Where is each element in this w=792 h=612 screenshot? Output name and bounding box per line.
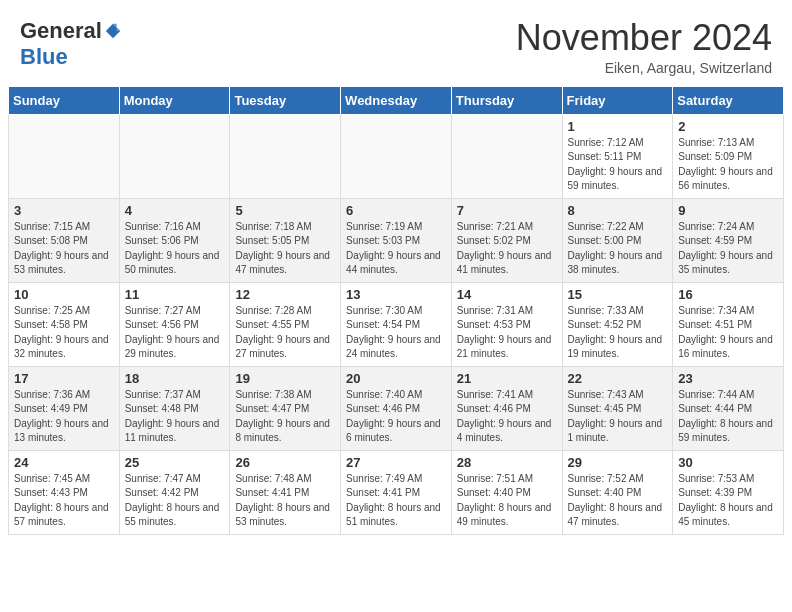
table-row: 12Sunrise: 7:28 AMSunset: 4:55 PMDayligh… [230,282,341,366]
day-number: 6 [346,203,446,218]
day-number: 28 [457,455,557,470]
day-number: 13 [346,287,446,302]
table-row: 28Sunrise: 7:51 AMSunset: 4:40 PMDayligh… [451,450,562,534]
col-sunday: Sunday [9,86,120,114]
title-block: November 2024 Eiken, Aargau, Switzerland [516,18,772,76]
day-info: Sunrise: 7:27 AMSunset: 4:56 PMDaylight:… [125,304,225,362]
table-row: 19Sunrise: 7:38 AMSunset: 4:47 PMDayligh… [230,366,341,450]
col-monday: Monday [119,86,230,114]
day-info: Sunrise: 7:18 AMSunset: 5:05 PMDaylight:… [235,220,335,278]
day-number: 19 [235,371,335,386]
table-row: 8Sunrise: 7:22 AMSunset: 5:00 PMDaylight… [562,198,673,282]
table-row: 30Sunrise: 7:53 AMSunset: 4:39 PMDayligh… [673,450,784,534]
table-row [119,114,230,198]
table-row: 27Sunrise: 7:49 AMSunset: 4:41 PMDayligh… [341,450,452,534]
table-row: 7Sunrise: 7:21 AMSunset: 5:02 PMDaylight… [451,198,562,282]
col-saturday: Saturday [673,86,784,114]
day-info: Sunrise: 7:30 AMSunset: 4:54 PMDaylight:… [346,304,446,362]
table-row: 21Sunrise: 7:41 AMSunset: 4:46 PMDayligh… [451,366,562,450]
day-number: 11 [125,287,225,302]
day-info: Sunrise: 7:44 AMSunset: 4:44 PMDaylight:… [678,388,778,446]
table-row: 26Sunrise: 7:48 AMSunset: 4:41 PMDayligh… [230,450,341,534]
table-row: 22Sunrise: 7:43 AMSunset: 4:45 PMDayligh… [562,366,673,450]
day-number: 2 [678,119,778,134]
day-info: Sunrise: 7:47 AMSunset: 4:42 PMDaylight:… [125,472,225,530]
table-row: 20Sunrise: 7:40 AMSunset: 4:46 PMDayligh… [341,366,452,450]
day-number: 24 [14,455,114,470]
day-number: 20 [346,371,446,386]
day-info: Sunrise: 7:53 AMSunset: 4:39 PMDaylight:… [678,472,778,530]
day-info: Sunrise: 7:51 AMSunset: 4:40 PMDaylight:… [457,472,557,530]
day-info: Sunrise: 7:21 AMSunset: 5:02 PMDaylight:… [457,220,557,278]
table-row: 16Sunrise: 7:34 AMSunset: 4:51 PMDayligh… [673,282,784,366]
table-row: 13Sunrise: 7:30 AMSunset: 4:54 PMDayligh… [341,282,452,366]
day-info: Sunrise: 7:43 AMSunset: 4:45 PMDaylight:… [568,388,668,446]
day-number: 25 [125,455,225,470]
logo: General Blue [20,18,122,70]
table-row: 4Sunrise: 7:16 AMSunset: 5:06 PMDaylight… [119,198,230,282]
day-number: 4 [125,203,225,218]
col-thursday: Thursday [451,86,562,114]
table-row: 15Sunrise: 7:33 AMSunset: 4:52 PMDayligh… [562,282,673,366]
day-number: 3 [14,203,114,218]
day-info: Sunrise: 7:36 AMSunset: 4:49 PMDaylight:… [14,388,114,446]
table-row [451,114,562,198]
table-row: 18Sunrise: 7:37 AMSunset: 4:48 PMDayligh… [119,366,230,450]
table-row: 25Sunrise: 7:47 AMSunset: 4:42 PMDayligh… [119,450,230,534]
location: Eiken, Aargau, Switzerland [516,60,772,76]
day-info: Sunrise: 7:15 AMSunset: 5:08 PMDaylight:… [14,220,114,278]
day-number: 22 [568,371,668,386]
page: General Blue November 2024 Eiken, Aargau… [0,0,792,535]
day-info: Sunrise: 7:49 AMSunset: 4:41 PMDaylight:… [346,472,446,530]
table-row: 9Sunrise: 7:24 AMSunset: 4:59 PMDaylight… [673,198,784,282]
day-info: Sunrise: 7:12 AMSunset: 5:11 PMDaylight:… [568,136,668,194]
table-row: 14Sunrise: 7:31 AMSunset: 4:53 PMDayligh… [451,282,562,366]
day-info: Sunrise: 7:45 AMSunset: 4:43 PMDaylight:… [14,472,114,530]
day-info: Sunrise: 7:24 AMSunset: 4:59 PMDaylight:… [678,220,778,278]
day-number: 14 [457,287,557,302]
day-info: Sunrise: 7:34 AMSunset: 4:51 PMDaylight:… [678,304,778,362]
day-number: 30 [678,455,778,470]
day-info: Sunrise: 7:48 AMSunset: 4:41 PMDaylight:… [235,472,335,530]
day-number: 5 [235,203,335,218]
table-row: 17Sunrise: 7:36 AMSunset: 4:49 PMDayligh… [9,366,120,450]
calendar-week-row: 24Sunrise: 7:45 AMSunset: 4:43 PMDayligh… [9,450,784,534]
calendar-week-row: 3Sunrise: 7:15 AMSunset: 5:08 PMDaylight… [9,198,784,282]
header: General Blue November 2024 Eiken, Aargau… [0,0,792,86]
day-number: 15 [568,287,668,302]
col-tuesday: Tuesday [230,86,341,114]
table-row [341,114,452,198]
table-row: 29Sunrise: 7:52 AMSunset: 4:40 PMDayligh… [562,450,673,534]
day-number: 29 [568,455,668,470]
table-row: 1Sunrise: 7:12 AMSunset: 5:11 PMDaylight… [562,114,673,198]
logo-blue-text: Blue [20,44,68,69]
table-row: 2Sunrise: 7:13 AMSunset: 5:09 PMDaylight… [673,114,784,198]
logo-general-text: General [20,18,102,44]
table-row: 24Sunrise: 7:45 AMSunset: 4:43 PMDayligh… [9,450,120,534]
day-info: Sunrise: 7:16 AMSunset: 5:06 PMDaylight:… [125,220,225,278]
day-info: Sunrise: 7:19 AMSunset: 5:03 PMDaylight:… [346,220,446,278]
calendar-header-row: Sunday Monday Tuesday Wednesday Thursday… [9,86,784,114]
col-wednesday: Wednesday [341,86,452,114]
day-number: 10 [14,287,114,302]
table-row [230,114,341,198]
day-info: Sunrise: 7:13 AMSunset: 5:09 PMDaylight:… [678,136,778,194]
day-number: 8 [568,203,668,218]
day-info: Sunrise: 7:33 AMSunset: 4:52 PMDaylight:… [568,304,668,362]
day-info: Sunrise: 7:25 AMSunset: 4:58 PMDaylight:… [14,304,114,362]
table-row: 6Sunrise: 7:19 AMSunset: 5:03 PMDaylight… [341,198,452,282]
day-number: 18 [125,371,225,386]
day-number: 21 [457,371,557,386]
day-number: 1 [568,119,668,134]
calendar-week-row: 17Sunrise: 7:36 AMSunset: 4:49 PMDayligh… [9,366,784,450]
day-info: Sunrise: 7:41 AMSunset: 4:46 PMDaylight:… [457,388,557,446]
table-row: 23Sunrise: 7:44 AMSunset: 4:44 PMDayligh… [673,366,784,450]
month-title: November 2024 [516,18,772,58]
day-info: Sunrise: 7:40 AMSunset: 4:46 PMDaylight:… [346,388,446,446]
day-number: 17 [14,371,114,386]
day-number: 9 [678,203,778,218]
table-row: 10Sunrise: 7:25 AMSunset: 4:58 PMDayligh… [9,282,120,366]
col-friday: Friday [562,86,673,114]
day-number: 26 [235,455,335,470]
table-row [9,114,120,198]
